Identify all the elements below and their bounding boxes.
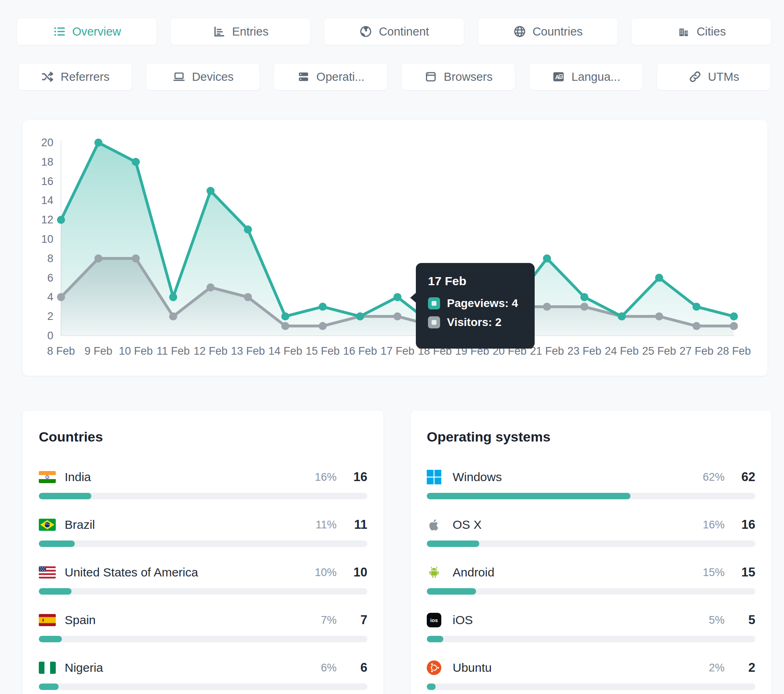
visitors-point-23-feb[interactable]	[580, 303, 588, 311]
pageviews-point-24-feb[interactable]	[618, 312, 626, 320]
pageviews-point-23-feb[interactable]	[580, 293, 588, 301]
progress-bar	[39, 588, 367, 595]
pageviews-point-25-feb[interactable]	[655, 274, 663, 282]
progress-bar	[427, 540, 755, 547]
tab-label: Overview	[72, 25, 121, 38]
flag-spain	[39, 614, 58, 626]
pageviews-point-13-feb[interactable]	[244, 225, 252, 233]
progress-bar	[39, 493, 367, 499]
item-value: 2	[725, 660, 755, 675]
laptop-icon	[172, 70, 186, 84]
progress-bar	[39, 540, 367, 547]
progress-bar	[427, 636, 755, 642]
list-item-windows[interactable]: Windows62%62	[427, 468, 755, 499]
progress-bar	[427, 683, 755, 690]
visitors-point-28-feb[interactable]	[730, 322, 738, 330]
pageviews-point-9-feb[interactable]	[95, 139, 103, 147]
pageviews-point-27-feb[interactable]	[693, 303, 701, 311]
flag-brazil	[39, 519, 58, 531]
x-tick-label: 23 Feb	[567, 345, 601, 357]
pageviews-point-17-feb[interactable]	[394, 293, 402, 301]
y-tick-label: 14	[41, 194, 53, 206]
visitors-point-11-feb[interactable]	[169, 312, 177, 320]
tab-operati[interactable]: Operati...	[274, 63, 388, 90]
os-card-title: Operating systems	[427, 429, 755, 445]
tab-browsers[interactable]: Browsers	[401, 63, 515, 90]
countries-list: India16%16Brazil11%11United States of Am…	[39, 468, 367, 690]
tab-continent[interactable]: Continent	[324, 18, 464, 45]
tab-row-1: OverviewEntriesContinentCountriesCities	[17, 18, 771, 45]
tooltip-row: Pageviews: 4	[428, 297, 523, 310]
pageviews-point-10-feb[interactable]	[132, 158, 140, 166]
visitors-point-25-feb[interactable]	[655, 312, 663, 320]
y-tick-label: 6	[47, 272, 53, 284]
pageviews-point-28-feb[interactable]	[730, 312, 738, 320]
visitors-point-17-feb[interactable]	[394, 312, 402, 320]
visitors-point-8-feb[interactable]	[57, 293, 65, 301]
series-chip	[428, 316, 440, 328]
list-item-brazil[interactable]: Brazil11%11	[39, 516, 367, 547]
tooltip-rows: Pageviews: 4Visitors: 2	[428, 297, 523, 329]
y-tick-label: 4	[47, 291, 53, 303]
list-item-spain[interactable]: Spain7%7	[39, 611, 367, 642]
visitors-point-13-feb[interactable]	[244, 293, 252, 301]
visitors-point-12-feb[interactable]	[207, 284, 215, 292]
list-item-india[interactable]: India16%16	[39, 468, 367, 499]
series-chip	[428, 297, 440, 309]
x-tick-label: 21 Feb	[530, 345, 564, 357]
item-percent: 15%	[684, 566, 725, 579]
list-item-nigeria[interactable]: Nigeria6%6	[39, 659, 367, 690]
tab-cities[interactable]: Cities	[631, 18, 771, 45]
pageviews-point-21-feb[interactable]	[543, 254, 551, 263]
tooltip-row-text: Visitors: 2	[447, 316, 502, 329]
pageviews-point-14-feb[interactable]	[281, 312, 289, 320]
visitors-point-14-feb[interactable]	[281, 322, 289, 330]
tab-countries[interactable]: Countries	[478, 18, 618, 45]
countries-card: Countries India16%16Brazil11%11United St…	[22, 410, 384, 694]
flag-usa	[39, 566, 58, 578]
tooltip-row: Visitors: 2	[428, 316, 523, 329]
item-value: 11	[337, 517, 367, 532]
flag-nigeria	[39, 662, 58, 674]
tab-entries[interactable]: Entries	[170, 18, 310, 45]
visitors-point-27-feb[interactable]	[693, 322, 701, 330]
pageviews-point-12-feb[interactable]	[207, 187, 215, 195]
item-value: 16	[337, 470, 367, 484]
item-percent: 16%	[296, 471, 337, 484]
item-value: 10	[337, 565, 367, 580]
progress-bar	[39, 683, 367, 690]
list-item-ubuntu[interactable]: Ubuntu2%2	[427, 659, 755, 690]
operating-systems-card: Operating systems Windows62%62OS X16%16A…	[410, 410, 772, 694]
list-item-united-states-of-america[interactable]: United States of America10%10	[39, 564, 367, 595]
tab-utms[interactable]: UTMs	[657, 63, 771, 90]
item-value: 62	[725, 470, 755, 484]
pageviews-point-16-feb[interactable]	[356, 312, 364, 320]
progress-bar	[427, 588, 755, 595]
tab-overview[interactable]: Overview	[17, 18, 157, 45]
pageviews-point-11-feb[interactable]	[169, 293, 177, 301]
item-percent: 10%	[296, 566, 337, 579]
list-item-os-x[interactable]: OS X16%16	[427, 516, 755, 547]
item-name: Android	[453, 566, 684, 579]
item-value: 15	[725, 565, 755, 580]
y-tick-label: 18	[41, 156, 53, 168]
item-name: Spain	[65, 613, 296, 627]
list-item-ios[interactable]: iosiOS5%5	[427, 611, 755, 642]
item-name: Brazil	[65, 518, 296, 532]
list-item-android[interactable]: Android15%15	[427, 564, 755, 595]
item-name: Ubuntu	[453, 661, 684, 675]
tab-referrers[interactable]: Referrers	[18, 63, 132, 90]
shuffle-icon	[41, 70, 55, 84]
tooltip-date: 17 Feb	[428, 274, 523, 288]
pageviews-point-15-feb[interactable]	[319, 303, 327, 311]
item-percent: 5%	[684, 614, 725, 627]
visitors-point-9-feb[interactable]	[95, 254, 103, 263]
ubuntu-icon	[427, 660, 446, 675]
tab-devices[interactable]: Devices	[146, 63, 260, 90]
visitors-point-10-feb[interactable]	[132, 254, 140, 263]
tab-langua[interactable]: AzLangua...	[529, 63, 643, 90]
pageviews-point-8-feb[interactable]	[57, 216, 65, 224]
visitors-point-21-feb[interactable]	[543, 303, 551, 311]
visitors-point-15-feb[interactable]	[319, 322, 327, 330]
pageviews-visitors-chart[interactable]: 024681012141618208 Feb9 Feb10 Feb11 Feb1…	[23, 120, 768, 376]
